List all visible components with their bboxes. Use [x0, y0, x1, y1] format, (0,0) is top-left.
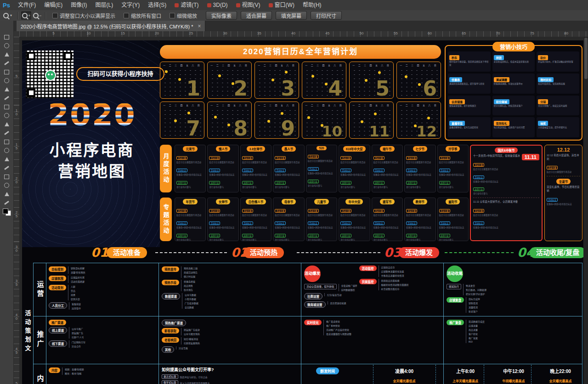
marquee-tool[interactable]	[1, 41, 13, 50]
mindmap-branch: 店铺商品库存店铺整体流量转化效果主推商品流量转化情况	[379, 265, 404, 277]
document-tab[interactable]: 2020小程序电商营销地图.jpg @ 12.5% (扫码可以获得小程序扶持, …	[17, 21, 205, 31]
event-section: 活动主题结合节日主题策划专场活动	[439, 205, 467, 217]
fill-screen-button[interactable]: 填充屏幕	[276, 11, 307, 20]
ruler-number: 10	[87, 31, 91, 35]
menu-item[interactable]: 编辑(E)	[40, 0, 67, 10]
crop-tool[interactable]	[1, 68, 13, 76]
menu-item[interactable]: 图像(I)	[67, 0, 91, 10]
menu-item[interactable]: 选择(S)	[144, 0, 170, 10]
event-section: 适用行业全行业均可参与	[439, 177, 467, 189]
tip-card-desc: 直播讲解种草，实时互动促转化	[449, 126, 489, 130]
menu-item[interactable]: 文件(F)	[14, 0, 40, 10]
tip-text: 放入与读者强相关的具体数字	[180, 381, 210, 384]
event-detail: 优惠券+拼团+秒杀组合玩法	[176, 174, 204, 176]
ruler-number: 50	[14, 382, 19, 384]
event-badge: 适用行业	[308, 180, 319, 183]
event-badge: 适用行业	[473, 187, 484, 191]
actual-pixels-button[interactable]: 实际像素	[206, 11, 237, 20]
mindmap-node: 预热手段	[162, 280, 179, 285]
ruler-number: 70	[496, 31, 500, 35]
clone-stamp-tool[interactable]	[1, 102, 13, 111]
menu-item[interactable]: 图层(L)	[91, 0, 118, 10]
mindmap-node: 预热宣传	[162, 266, 179, 272]
brush-tool[interactable]	[1, 94, 13, 102]
event-detail: 全行业均可参与	[373, 186, 401, 189]
chevron-down-icon: ▾	[10, 13, 12, 17]
event-section: 适用行业全行业均可参与	[275, 177, 302, 189]
tips-panel-title: 营销小技巧	[492, 42, 535, 51]
healing-brush-tool[interactable]	[1, 85, 13, 94]
print-size-button[interactable]: 打印尺寸	[311, 11, 342, 20]
mindmap-leaf: 积分兑换/评价维护	[466, 292, 486, 295]
month-number: 8	[233, 117, 248, 139]
mindmap-node: 社群运营	[304, 293, 322, 299]
blur-tool[interactable]	[1, 137, 13, 146]
row-label-3: 内容	[34, 366, 46, 384]
event-badge: 活动玩法	[373, 221, 384, 225]
pen-tool-icon	[5, 157, 9, 161]
tip-lead: 数字式标题	[162, 380, 178, 384]
menu-item[interactable]: 窗口(W)	[265, 0, 299, 10]
dodge-tool[interactable]	[1, 146, 13, 155]
event-name: 儿童节	[314, 199, 329, 204]
color-swatches[interactable]	[3, 209, 11, 216]
zoom-in-button[interactable]: +	[21, 11, 31, 20]
event-detail: 结合节日主题策划专场活动	[176, 214, 204, 217]
event-detail: 全行业均可参与	[275, 239, 302, 241]
menu-item[interactable]: 3D(D)	[203, 0, 232, 10]
menu-item[interactable]: 文字(Y)	[117, 0, 144, 10]
mindmap-cluster: 实时优化推广渠道优化推广素材优化活动推广产品监控优化渠道流量跟踪与预算调整	[304, 320, 351, 335]
event-name: 教师节	[413, 199, 428, 204]
calendar-month-card: 一 二 三 四 五 六 日11	[349, 102, 394, 139]
event-badge: 活动主题	[547, 166, 558, 169]
vertical-scrollbar[interactable]	[584, 37, 588, 384]
menu-item-label: 3D(D)	[213, 2, 228, 8]
zoom-out-button[interactable]: −	[32, 11, 42, 20]
tip-card: 砍价好友助力砍价，扩散活动触达更多新客	[537, 51, 579, 72]
lasso-tool[interactable]	[1, 50, 13, 59]
tab-close-icon[interactable]: ×	[198, 23, 201, 29]
menu-plugin-icon	[236, 3, 240, 7]
national-day-double11-card: 国庆&中秋节 11.11十一黄金周+中秋双节同庆，提前备货蓄水活动主题结合节日主…	[470, 145, 543, 241]
event-section: 活动主题结合节日主题策划专场活动	[547, 162, 580, 174]
poster-title-line2: 营销地图	[32, 159, 152, 181]
menu-item[interactable]: 帮助(H)	[299, 0, 326, 10]
event-badge: 活动玩法	[340, 221, 351, 225]
mindmap-node: 实时优化	[304, 320, 322, 325]
grid-line	[33, 263, 582, 263]
eraser-tool[interactable]	[1, 120, 13, 129]
menu-item[interactable]: 视图(V)	[232, 0, 265, 10]
event-section: 活动玩法优惠券+拼团+秒杀组合玩法	[406, 165, 434, 176]
fit-screen-button[interactable]: 适合屏幕	[241, 11, 272, 20]
poster-document: 扫码可以获得小程序扶持 2020 小程序电商 营销地图 2020营销日历&全年营…	[22, 40, 583, 384]
tip-card: 拼团老带新成团购买，低成本裂变获客拉新	[492, 51, 535, 72]
shape-tool[interactable]	[1, 181, 13, 190]
path-select-tool[interactable]	[1, 172, 13, 181]
event-detail: 优惠券+拼团+秒杀组合玩法	[340, 226, 368, 229]
option-checkbox[interactable]: 细微缩放	[170, 12, 197, 19]
type-tool[interactable]	[1, 164, 13, 172]
mindmap-cluster: 活动监控店铺商品库存店铺整体流量转化效果主推商品流量转化情况	[359, 265, 409, 277]
event-detail: 结合节日主题策划专场活动	[373, 214, 401, 217]
gradient-tool[interactable]	[1, 129, 13, 137]
zoom-tool-preset[interactable]: ▾	[0, 13, 15, 18]
grid-line	[443, 263, 444, 384]
divider	[473, 198, 539, 198]
foreground-color-swatch[interactable]	[3, 209, 8, 214]
move-tool[interactable]	[1, 33, 13, 41]
eyedropper-tool[interactable]	[1, 76, 13, 85]
option-checkbox[interactable]: 缩放所有窗口	[124, 12, 161, 19]
event-detail: 全行业均可参与	[275, 186, 302, 189]
timeline-note: 全天曝光最低点	[377, 378, 432, 383]
option-checkbox[interactable]: 调整窗口大小以满屏显示	[52, 12, 115, 19]
zoom-tool[interactable]	[1, 198, 13, 207]
scrollbar-thumb[interactable]	[584, 38, 588, 79]
history-brush-tool[interactable]	[1, 111, 13, 120]
quick-selection-tool[interactable]	[1, 59, 13, 68]
mindmap-cluster: 人员分工客服排班运营值守	[49, 302, 85, 310]
event-detail: 结合节日主题策划专场活动	[275, 161, 302, 164]
menu-item[interactable]: 滤镜(T)	[170, 0, 203, 10]
pen-tool[interactable]	[1, 155, 13, 164]
hand-tool[interactable]	[1, 190, 13, 198]
tip-card: 满减满赠阶梯满减满赠，有效拉高客单价	[492, 73, 535, 94]
